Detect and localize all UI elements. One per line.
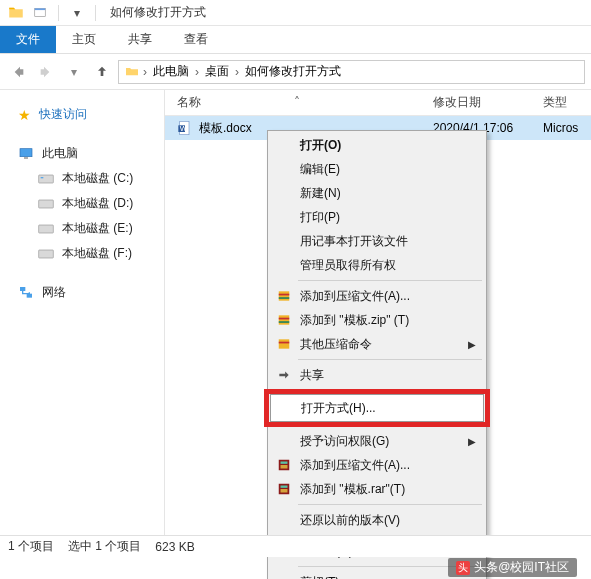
svg-rect-6 <box>39 200 54 208</box>
column-headers: 名称 ˄ 修改日期 类型 <box>165 90 591 116</box>
breadcrumb-desktop[interactable]: 桌面 <box>201 61 233 83</box>
menu-restore-version[interactable]: 还原以前的版本(V) <box>270 508 484 532</box>
address-bar[interactable]: › 此电脑 › 桌面 › 如何修改打开方式 <box>118 60 585 84</box>
svg-rect-4 <box>39 175 54 183</box>
svg-rect-3 <box>24 157 28 158</box>
sidebar-item-label: 本地磁盘 (C:) <box>62 170 133 187</box>
file-name: 模板.docx <box>199 120 252 137</box>
tab-home[interactable]: 主页 <box>56 26 112 53</box>
menu-separator <box>298 504 482 505</box>
qat-dropdown-icon[interactable]: ▾ <box>67 3 87 23</box>
svg-rect-17 <box>279 315 290 324</box>
svg-rect-20 <box>279 339 290 348</box>
status-bar: 1 个项目 选中 1 个项目 623 KB <box>0 535 591 557</box>
svg-rect-9 <box>20 287 25 291</box>
menu-print[interactable]: 打印(P) <box>270 205 484 229</box>
tab-share[interactable]: 共享 <box>112 26 168 53</box>
drive-icon <box>38 196 54 212</box>
svg-rect-14 <box>279 291 290 300</box>
tab-view[interactable]: 查看 <box>168 26 224 53</box>
svg-rect-24 <box>281 465 288 469</box>
file-type: Micros <box>531 121 591 135</box>
svg-rect-8 <box>39 250 54 258</box>
nav-bar: ▾ › 此电脑 › 桌面 › 如何修改打开方式 <box>0 54 591 90</box>
svg-rect-1 <box>35 8 46 10</box>
svg-rect-21 <box>279 342 290 344</box>
share-icon <box>276 367 292 383</box>
menu-add-rar-t[interactable]: 添加到 "模板.rar"(T) <box>270 477 484 501</box>
chevron-right-icon: ▶ <box>468 339 476 350</box>
svg-rect-2 <box>20 148 32 156</box>
archive-icon <box>276 312 292 328</box>
menu-other-compress[interactable]: 其他压缩命令 ▶ <box>270 332 484 356</box>
status-size: 623 KB <box>155 540 194 554</box>
sidebar-drive-d[interactable]: 本地磁盘 (D:) <box>0 191 164 216</box>
back-button[interactable] <box>6 60 30 84</box>
column-name[interactable]: 名称 ˄ <box>165 94 421 111</box>
quick-access-toolbar: ▾ <box>0 3 100 23</box>
menu-grant-access[interactable]: 授予访问权限(G) ▶ <box>270 429 484 453</box>
title-bar: ▾ 如何修改打开方式 <box>0 0 591 26</box>
menu-admin[interactable]: 管理员取得所有权 <box>270 253 484 277</box>
recent-dropdown-icon[interactable]: ▾ <box>62 60 86 84</box>
window-title: 如何修改打开方式 <box>110 4 206 21</box>
star-icon: ★ <box>18 107 31 123</box>
up-button[interactable] <box>90 60 114 84</box>
menu-add-rar-a[interactable]: 添加到压缩文件(A)... <box>270 453 484 477</box>
menu-open[interactable]: 打开(O) <box>270 133 484 157</box>
menu-add-zip[interactable]: 添加到 "模板.zip" (T) <box>270 308 484 332</box>
monitor-icon <box>18 146 34 162</box>
watermark-icon: 头 <box>456 561 470 575</box>
sidebar-item-label: 本地磁盘 (F:) <box>62 245 132 262</box>
drive-icon <box>38 246 54 262</box>
folder-icon <box>6 3 26 23</box>
sidebar-this-pc[interactable]: 此电脑 <box>0 141 164 166</box>
svg-rect-27 <box>281 489 288 493</box>
sidebar-drive-f[interactable]: 本地磁盘 (F:) <box>0 241 164 266</box>
folder-icon <box>123 64 141 80</box>
breadcrumb-current[interactable]: 如何修改打开方式 <box>241 61 345 83</box>
menu-share[interactable]: 共享 <box>270 363 484 387</box>
archive-icon <box>276 336 292 352</box>
ribbon-tabs: 文件 主页 共享 查看 <box>0 26 591 54</box>
chevron-right-icon[interactable]: › <box>143 65 147 79</box>
winrar-icon <box>276 457 292 473</box>
network-icon <box>18 285 34 301</box>
watermark: 头 头条@校园IT社区 <box>448 558 577 577</box>
chevron-right-icon: ▶ <box>468 436 476 447</box>
chevron-right-icon[interactable]: › <box>195 65 199 79</box>
chevron-right-icon[interactable]: › <box>235 65 239 79</box>
menu-separator <box>298 280 482 281</box>
sidebar-quick-access[interactable]: ★ 快速访问 <box>0 102 164 127</box>
svg-rect-5 <box>41 177 44 178</box>
highlighted-menu-item: 打开方式(H)... <box>264 389 490 427</box>
column-type[interactable]: 类型 <box>531 94 591 111</box>
svg-text:W: W <box>180 124 188 133</box>
menu-new[interactable]: 新建(N) <box>270 181 484 205</box>
menu-separator <box>298 359 482 360</box>
docx-icon: W <box>177 120 193 136</box>
forward-button[interactable] <box>34 60 58 84</box>
menu-open-with[interactable]: 打开方式(H)... <box>270 394 484 422</box>
svg-rect-23 <box>281 462 288 464</box>
menu-edit[interactable]: 编辑(E) <box>270 157 484 181</box>
status-item-count: 1 个项目 <box>8 538 54 555</box>
winrar-icon <box>276 481 292 497</box>
status-selected: 选中 1 个项目 <box>68 538 141 555</box>
context-menu: 打开(O) 编辑(E) 新建(N) 打印(P) 用记事本打开该文件 管理员取得所… <box>267 130 487 579</box>
sidebar: ★ 快速访问 此电脑 本地磁盘 (C:) 本地磁盘 (D:) 本地磁盘 (E:)… <box>0 90 165 535</box>
drive-icon <box>38 171 54 187</box>
menu-add-archive-a[interactable]: 添加到压缩文件(A)... <box>270 284 484 308</box>
svg-rect-15 <box>279 294 290 296</box>
column-date[interactable]: 修改日期 <box>421 94 531 111</box>
sidebar-drive-c[interactable]: 本地磁盘 (C:) <box>0 166 164 191</box>
sidebar-item-label: 快速访问 <box>39 106 87 123</box>
file-tab[interactable]: 文件 <box>0 26 56 53</box>
svg-rect-19 <box>279 321 290 323</box>
breadcrumb-this-pc[interactable]: 此电脑 <box>149 61 193 83</box>
sidebar-drive-e[interactable]: 本地磁盘 (E:) <box>0 216 164 241</box>
sidebar-item-label: 网络 <box>42 284 66 301</box>
app-icon <box>30 3 50 23</box>
menu-notepad[interactable]: 用记事本打开该文件 <box>270 229 484 253</box>
sidebar-network[interactable]: 网络 <box>0 280 164 305</box>
